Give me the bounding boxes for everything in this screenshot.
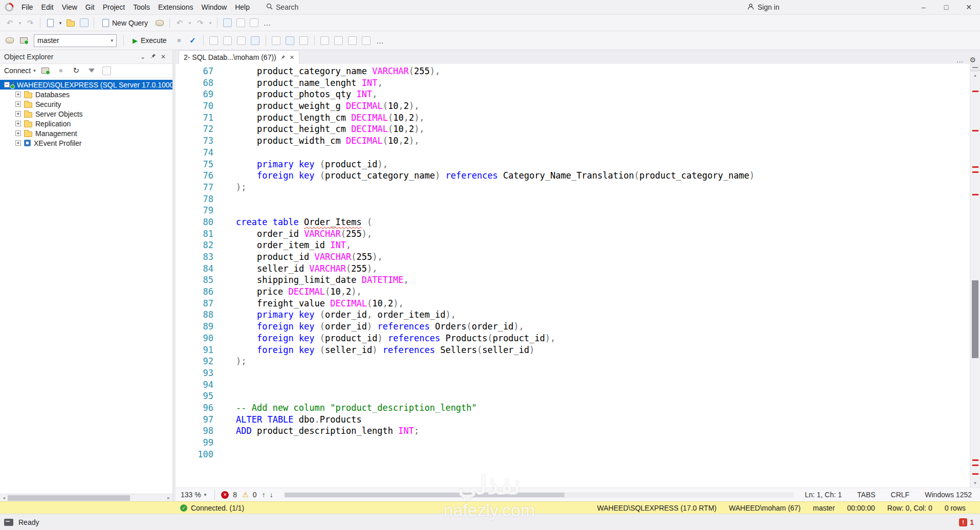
previous-issue-icon[interactable]: ↑ — [262, 491, 266, 499]
filter-icon[interactable] — [86, 64, 97, 77]
code-line-74[interactable]: 74 — [176, 147, 970, 159]
scroll-down-icon[interactable]: ▾ — [970, 479, 980, 488]
results-to-grid-icon[interactable] — [285, 34, 296, 47]
expander-icon[interactable]: + — [15, 101, 21, 107]
scroll-right-icon[interactable]: ▸ — [165, 495, 172, 500]
code-line-96[interactable]: 96-- Add new column "product_description… — [176, 402, 970, 414]
tab-pin-icon[interactable] — [280, 55, 286, 60]
uncomment-selection-icon[interactable] — [333, 34, 344, 47]
available-databases-combo[interactable]: master ▾ — [34, 34, 117, 47]
scroll-up-icon[interactable]: ▴ — [970, 71, 980, 80]
code-line-99[interactable]: 99 — [176, 437, 970, 449]
code-line-76[interactable]: 76foreign key (product_category_name) re… — [176, 170, 970, 182]
hscroll-track[interactable] — [8, 494, 165, 501]
code-line-92[interactable]: 92); — [176, 356, 970, 367]
results-to-file-icon[interactable] — [298, 34, 310, 47]
tree-item-server-root[interactable]: − WAHEED\SQLEXPRESS (SQL Server 17.0.100… — [0, 80, 172, 90]
connect-dropdown[interactable]: Connect ▾ — [4, 67, 36, 75]
redo-caret-icon[interactable]: ▾ — [208, 17, 213, 29]
code-line-69[interactable]: 69product_photos_qty INT, — [176, 89, 970, 100]
live-query-stats-icon[interactable] — [222, 34, 233, 47]
navigate-back-caret-icon[interactable]: ▾ — [17, 17, 23, 29]
connect-query-icon[interactable] — [4, 34, 15, 47]
disconnect-icon[interactable] — [40, 64, 51, 77]
menu-item-git[interactable]: Git — [81, 0, 99, 14]
oe-properties-icon[interactable] — [101, 64, 113, 77]
panel-chevron-down-icon[interactable]: ⌄ — [138, 53, 148, 60]
toolbar-overflow-icon[interactable]: … — [262, 17, 273, 29]
actual-plan-icon[interactable] — [236, 34, 247, 47]
close-button[interactable]: ✕ — [957, 0, 980, 14]
code-line-94[interactable]: 94 — [176, 379, 970, 391]
sql-toolbar-overflow-icon[interactable]: … — [375, 34, 386, 47]
tabstrip-settings-icon[interactable]: ⚙ — [969, 56, 976, 64]
code-line-93[interactable]: 93 — [176, 367, 970, 379]
warning-icon[interactable]: ⚠ — [242, 491, 249, 499]
query-options-icon[interactable] — [250, 34, 261, 47]
code-line-85[interactable]: 85shipping_limit_date DATETIME, — [176, 274, 970, 286]
editor-tab[interactable]: 2- SQL Datab...\moham (67)) ✕ — [179, 50, 299, 64]
expander-icon[interactable]: + — [15, 140, 21, 146]
code-line-77[interactable]: 77); — [176, 182, 970, 193]
tree-item-replication[interactable]: +Replication — [0, 119, 172, 128]
expander-icon[interactable]: + — [15, 111, 21, 117]
execute-button[interactable]: ▶ Execute — [128, 34, 171, 47]
code-line-89[interactable]: 89foreign key (order_id) references Orde… — [176, 321, 970, 333]
menu-item-window[interactable]: Window — [197, 0, 231, 14]
code-line-100[interactable]: 100 — [176, 449, 970, 460]
code-line-73[interactable]: 73product_width_cm DECIMAL(10,2), — [176, 135, 970, 147]
statusbar-corner-icon[interactable] — [4, 519, 13, 526]
undo-icon[interactable]: ↶ — [174, 17, 185, 29]
menu-item-tools[interactable]: Tools — [129, 0, 154, 14]
expander-icon[interactable]: + — [15, 121, 21, 126]
search-menu[interactable]: Search — [262, 3, 302, 11]
menu-item-extensions[interactable]: Extensions — [154, 0, 197, 14]
code-area[interactable]: 67product_category_name VARCHAR(255),68p… — [176, 64, 970, 488]
new-query-button[interactable]: New Query — [98, 16, 152, 30]
navigate-forward-icon[interactable]: ↷ — [25, 17, 36, 29]
sign-in-button[interactable]: Sign in — [747, 3, 779, 12]
tree-item-databases[interactable]: +Databases — [0, 90, 172, 99]
results-to-text-icon[interactable] — [271, 34, 282, 47]
menu-item-help[interactable]: Help — [231, 0, 254, 14]
tab-list-more-icon[interactable]: … — [956, 56, 963, 64]
activity-monitor-icon[interactable] — [222, 17, 233, 29]
new-project-icon[interactable] — [45, 17, 56, 29]
scroll-left-icon[interactable]: ◂ — [0, 495, 8, 500]
maximize-button[interactable]: □ — [935, 0, 957, 14]
zoom-selector[interactable]: 133 % ▾ — [181, 491, 208, 499]
menu-item-edit[interactable]: Edit — [37, 0, 58, 14]
hscroll-thumb[interactable] — [8, 495, 130, 501]
panel-close-icon[interactable]: ✕ — [158, 53, 168, 60]
parse-query-icon[interactable]: ✓ — [187, 34, 199, 47]
profiler-icon[interactable] — [248, 17, 259, 29]
line-ending[interactable]: CRLF — [891, 491, 910, 499]
code-line-71[interactable]: 71product_length_cm DECIMAL(10,2), — [176, 112, 970, 124]
split-editor-button[interactable] — [970, 64, 980, 71]
warning-count[interactable]: 0 — [253, 491, 258, 499]
minimize-button[interactable]: – — [912, 0, 935, 14]
menu-item-project[interactable]: Project — [99, 0, 129, 14]
code-line-88[interactable]: 88primary key (order_id, order_item_id), — [176, 309, 970, 321]
code-line-86[interactable]: 86price DECIMAL(10,2), — [176, 286, 970, 298]
cancel-executing-query-icon[interactable]: ■ — [173, 34, 185, 47]
next-issue-icon[interactable]: ↓ — [270, 491, 273, 499]
encoding[interactable]: Windows 1252 — [925, 491, 972, 499]
open-file-icon[interactable] — [65, 17, 76, 29]
tree-item-xevent-profiler[interactable]: +XEvent Profiler — [0, 138, 172, 148]
generate-scripts-icon[interactable] — [235, 17, 246, 29]
code-line-70[interactable]: 70product_weight_g DECIMAL(10,2), — [176, 100, 970, 112]
error-icon[interactable] — [221, 491, 229, 499]
comment-selection-icon[interactable] — [319, 34, 331, 47]
code-line-78[interactable]: 78 — [176, 193, 970, 205]
editor-vscrollbar[interactable]: ▴ ▾ — [970, 64, 980, 488]
code-line-87[interactable]: 87freight_value DECIMAL(10,2), — [176, 298, 970, 310]
error-count[interactable]: 8 — [233, 491, 238, 499]
menu-item-file[interactable]: File — [17, 0, 37, 14]
code-line-72[interactable]: 72product_height_cm DECIMAL(10,2), — [176, 123, 970, 135]
save-icon[interactable] — [78, 17, 90, 29]
tree-item-management[interactable]: +Management — [0, 128, 172, 138]
open-query-icon[interactable] — [154, 17, 165, 29]
vscroll-thumb[interactable] — [972, 280, 978, 358]
code-line-80[interactable]: 80create table Order_Items ( — [176, 216, 970, 228]
